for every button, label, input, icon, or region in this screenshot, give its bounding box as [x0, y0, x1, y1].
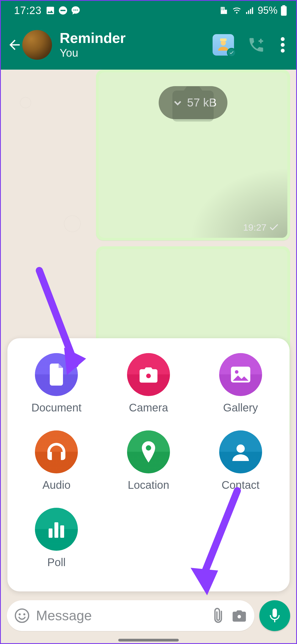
svg-rect-12 [248, 10, 249, 14]
attach-camera[interactable]: Camera [113, 353, 184, 414]
status-right: 95% [219, 5, 287, 16]
gallery-icon [230, 366, 251, 383]
attachment-sheet: Document Camera Gallery [7, 338, 290, 591]
svg-point-25 [146, 445, 151, 451]
home-indicator [118, 639, 179, 642]
video-call-button[interactable] [213, 34, 234, 56]
attach-audio-label: Audio [42, 479, 70, 491]
svg-rect-6 [225, 10, 227, 14]
image-notification-icon [45, 6, 55, 15]
attach-contact-label: Contact [222, 479, 260, 491]
bar-chart-icon [47, 521, 66, 538]
svg-rect-28 [54, 522, 58, 538]
audio-circle [35, 430, 78, 473]
mic-button[interactable] [259, 600, 290, 631]
chat-background: 57 kB 19:27 Document [1, 70, 296, 643]
svg-point-4 [77, 10, 78, 11]
message-image-preview: 57 kB 19:27 [99, 72, 287, 238]
gallery-circle [219, 353, 262, 396]
contact-circle [219, 430, 262, 473]
back-button[interactable] [6, 36, 23, 54]
svg-rect-10 [223, 9, 224, 10]
svg-point-3 [75, 10, 76, 11]
svg-rect-11 [246, 12, 247, 14]
svg-point-32 [238, 615, 241, 618]
svg-point-30 [19, 613, 21, 615]
voice-call-button[interactable] [247, 35, 266, 54]
message-time: 19:27 [243, 222, 266, 233]
more-vert-icon [281, 37, 285, 53]
attach-poll-label: Poll [47, 556, 66, 569]
svg-point-2 [73, 10, 75, 11]
svg-rect-15 [282, 5, 285, 6]
back-arrow-icon [7, 37, 22, 53]
attach-camera-label: Camera [129, 402, 168, 414]
battery-percentage: 95% [258, 5, 277, 16]
svg-rect-1 [61, 10, 65, 11]
svg-rect-14 [252, 7, 253, 14]
camera-icon [138, 365, 159, 384]
status-notification-icons [45, 6, 81, 15]
attach-gallery-label: Gallery [223, 402, 258, 414]
input-camera-icon[interactable] [231, 609, 247, 623]
svg-point-21 [281, 49, 285, 53]
chat-title: Reminder [60, 31, 213, 46]
check-icon [229, 50, 234, 55]
dnd-icon [58, 6, 68, 15]
wifi-icon [231, 6, 242, 15]
attach-gallery[interactable]: Gallery [205, 353, 276, 414]
app-bar: Reminder You [1, 20, 296, 70]
svg-rect-13 [250, 9, 251, 14]
sent-tick-icon [269, 224, 279, 231]
svg-point-17 [221, 40, 226, 46]
poll-circle [35, 508, 78, 551]
svg-point-20 [281, 43, 285, 47]
svg-rect-7 [221, 8, 222, 9]
chat-notification-icon [71, 6, 81, 15]
person-icon [231, 442, 251, 462]
camera-placeholder-icon [167, 82, 219, 124]
attach-audio[interactable]: Audio [21, 430, 92, 491]
video-call-badge [227, 48, 236, 57]
emoji-icon[interactable] [14, 608, 30, 624]
svg-point-22 [146, 373, 151, 378]
svg-rect-5 [221, 7, 225, 14]
svg-point-26 [237, 444, 245, 453]
attachment-grid: Document Camera Gallery [21, 353, 276, 569]
headphones-icon [45, 442, 67, 462]
overflow-menu-button[interactable] [279, 35, 287, 54]
attach-icon[interactable] [207, 605, 228, 626]
svg-rect-29 [60, 525, 64, 538]
chat-avatar[interactable] [22, 30, 52, 60]
camera-circle [127, 353, 170, 396]
message-input-container[interactable]: Message [7, 600, 254, 631]
attach-poll[interactable]: Poll [21, 508, 92, 569]
screen: 17:23 95% Reminder You [0, 0, 297, 644]
attach-location[interactable]: Location [113, 430, 184, 491]
message-input[interactable]: Message [36, 608, 204, 624]
status-left: 17:23 [14, 5, 81, 17]
location-pin-icon [141, 441, 156, 463]
status-bar: 17:23 95% [1, 1, 296, 20]
attach-location-label: Location [128, 479, 169, 491]
input-row: Message [7, 600, 290, 631]
appbar-actions [213, 34, 287, 56]
svg-rect-9 [221, 9, 222, 10]
mic-icon [268, 607, 281, 624]
chat-title-block[interactable]: Reminder You [60, 31, 213, 59]
document-icon [47, 364, 65, 386]
location-circle [127, 430, 170, 473]
attach-document[interactable]: Document [21, 353, 92, 414]
svg-rect-8 [223, 8, 224, 9]
svg-point-24 [235, 370, 238, 374]
svg-rect-16 [281, 6, 287, 16]
signal-icon [245, 6, 255, 15]
attach-contact[interactable]: Contact [205, 430, 276, 491]
status-time: 17:23 [14, 5, 42, 17]
svg-point-31 [23, 613, 25, 615]
battery-icon [280, 5, 287, 16]
building-icon [219, 6, 229, 15]
svg-point-19 [281, 37, 285, 41]
message-bubble-1[interactable]: 57 kB 19:27 [96, 70, 290, 241]
document-circle [35, 353, 78, 396]
